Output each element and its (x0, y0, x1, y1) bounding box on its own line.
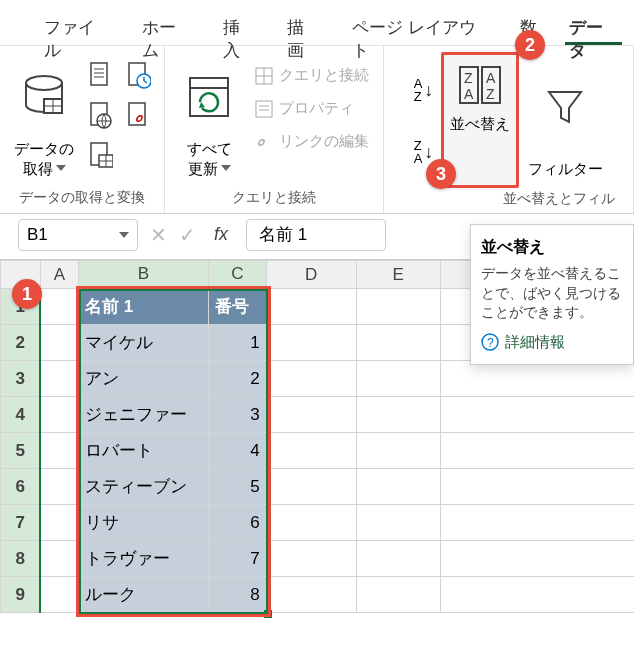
get-data-label-1: データの (14, 139, 74, 159)
file-table-icon (89, 141, 113, 169)
group-sort: AZ↓ ZA↓ ZAAZ 並べ替え フィルター 並べ替えとフィル (384, 46, 634, 213)
tab-home[interactable]: ホーム (126, 8, 207, 45)
svg-marker-22 (199, 102, 205, 108)
table-row[interactable]: ロバート (78, 433, 208, 469)
from-web-button[interactable] (84, 98, 118, 132)
row-8[interactable]: 8 (1, 541, 41, 577)
tab-insert[interactable]: 挿入 (207, 8, 272, 45)
refresh-icon (186, 74, 232, 120)
chevron-down-icon (119, 232, 129, 238)
table-row[interactable]: 3 (208, 397, 266, 433)
ribbon: データの取得 データの取得と変換 すべて更新 クエリと接続 (0, 46, 634, 214)
name-box[interactable]: B1 (18, 219, 138, 251)
table-header-num[interactable]: 番号 (208, 289, 266, 325)
tooltip-title: 並べ替え (481, 237, 623, 258)
row-5[interactable]: 5 (1, 433, 41, 469)
filter-label: フィルター (528, 159, 603, 179)
refresh-label-2: 更新 (188, 159, 218, 179)
callout-1: 1 (12, 279, 42, 309)
funnel-icon (543, 84, 587, 128)
svg-text:Z: Z (464, 70, 473, 86)
chevron-down-icon (56, 165, 66, 171)
table-row[interactable]: 4 (208, 433, 266, 469)
formula-input[interactable]: 名前 1 (246, 219, 386, 251)
sort-tooltip: 並べ替え データを並べ替えることで、ばやく見つけることができます。 ? 詳細情報 (470, 224, 634, 365)
table-header-name[interactable]: 名前 1 (78, 289, 208, 325)
group-queries: すべて更新 クエリと接続 プロパティ リンクの編集 クエリと接続 (165, 46, 384, 213)
svg-point-0 (26, 76, 62, 90)
table-row[interactable]: リサ (78, 505, 208, 541)
properties-link[interactable]: プロパティ (249, 95, 375, 122)
refresh-label-1: すべて (187, 139, 232, 159)
filter-button[interactable]: フィルター (523, 52, 607, 182)
sort-dialog-icon: ZAAZ (456, 61, 504, 109)
props-icon (255, 100, 273, 118)
chevron-down-icon (221, 165, 231, 171)
col-D[interactable]: D (266, 261, 356, 289)
table-row[interactable]: 8 (208, 577, 266, 613)
row-7[interactable]: 7 (1, 505, 41, 541)
col-A[interactable]: A (40, 261, 78, 289)
svg-text:Z: Z (486, 86, 495, 102)
table-row[interactable]: ルーク (78, 577, 208, 613)
callout-2: 2 (515, 30, 545, 60)
group-label-sort: 並べ替えとフィル (503, 188, 625, 210)
enter-formula-icon[interactable]: ✓ (179, 223, 196, 247)
svg-rect-26 (256, 101, 272, 117)
row-2[interactable]: 2 (1, 325, 41, 361)
refresh-all-button[interactable]: すべて更新 (173, 52, 245, 182)
edit-links[interactable]: リンクの編集 (249, 128, 375, 155)
table-row[interactable]: 5 (208, 469, 266, 505)
svg-rect-4 (91, 63, 107, 85)
group-label-getdata: データの取得と変換 (19, 187, 145, 209)
sort-dialog-label: 並べ替え (450, 115, 510, 134)
table-row[interactable]: ジェニファー (78, 397, 208, 433)
from-text-button[interactable] (84, 58, 118, 92)
row-6[interactable]: 6 (1, 469, 41, 505)
link-icon (255, 133, 273, 151)
group-label-queries: クエリと接続 (232, 187, 316, 209)
tab-pagelayout[interactable]: ページ レイアウト (336, 8, 504, 45)
row-9[interactable]: 9 (1, 577, 41, 613)
row-3[interactable]: 3 (1, 361, 41, 397)
table-row[interactable]: マイケル (78, 325, 208, 361)
help-icon: ? (481, 333, 499, 351)
sort-asc-button[interactable]: AZ↓ (410, 75, 438, 105)
cancel-formula-icon[interactable]: ✕ (150, 223, 167, 247)
get-data-button[interactable]: データの取得 (8, 52, 80, 182)
table-row[interactable]: トラヴァー (78, 541, 208, 577)
table-row[interactable]: 7 (208, 541, 266, 577)
file-text-icon (89, 61, 113, 89)
table-row[interactable]: 2 (208, 361, 266, 397)
table-row[interactable]: 6 (208, 505, 266, 541)
recent-button[interactable] (122, 58, 156, 92)
queries-link[interactable]: クエリと接続 (249, 62, 375, 89)
table-row[interactable]: スティーブン (78, 469, 208, 505)
tooltip-body: データを並べ替えることで、ばやく見つけることができます。 (481, 264, 623, 323)
tab-file[interactable]: ファイル (28, 8, 126, 45)
table-row[interactable]: アン (78, 361, 208, 397)
database-icon (22, 73, 66, 121)
table-row[interactable]: 1 (208, 325, 266, 361)
existing-button[interactable] (122, 98, 156, 132)
group-get-data: データの取得 データの取得と変換 (0, 46, 165, 213)
col-E[interactable]: E (356, 261, 440, 289)
from-table-button[interactable] (84, 138, 118, 172)
get-data-label-2: 取得 (23, 159, 53, 179)
svg-text:?: ? (487, 336, 494, 350)
callout-3: 3 (426, 159, 456, 189)
file-clock-icon (127, 61, 151, 89)
fx-icon[interactable]: fx (208, 224, 234, 245)
file-web-icon (89, 101, 113, 129)
file-link-icon (127, 101, 151, 129)
svg-text:A: A (486, 70, 496, 86)
tab-data[interactable]: データ (553, 8, 634, 45)
row-4[interactable]: 4 (1, 397, 41, 433)
tab-draw[interactable]: 描画 (271, 8, 336, 45)
col-B[interactable]: B (78, 261, 208, 289)
col-C[interactable]: C (208, 261, 266, 289)
tooltip-more-link[interactable]: ? 詳細情報 (481, 333, 623, 352)
grid-icon (255, 67, 273, 85)
svg-text:A: A (464, 86, 474, 102)
